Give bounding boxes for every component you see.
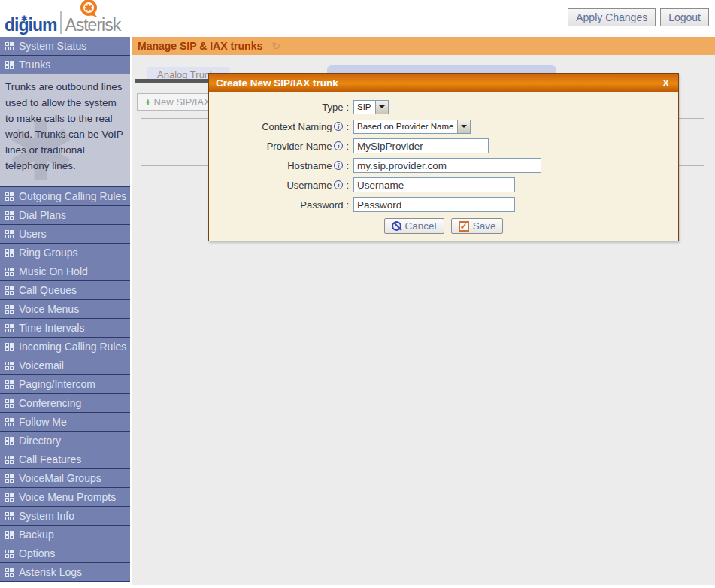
sidebar-item-users[interactable]: Users — [0, 225, 130, 244]
grid-icon — [5, 550, 14, 558]
username-field[interactable] — [353, 177, 515, 192]
grid-icon — [5, 230, 14, 238]
sidebar-item-paging-intercom[interactable]: Paging/Intercom — [0, 375, 130, 394]
hostname-row: Hostname i : — [209, 156, 678, 175]
grid-icon — [5, 211, 14, 220]
plus-icon: + — [145, 96, 151, 108]
context-naming-select[interactable]: Based on Provider Name — [353, 120, 471, 134]
sidebar-item-call-features[interactable]: Call Features — [0, 450, 130, 469]
sidebar-item-ring-groups[interactable]: Ring Groups — [0, 244, 130, 262]
sidebar-item-trunks[interactable]: Trunks — [0, 56, 130, 74]
info-icon[interactable]: i — [334, 122, 343, 131]
cancel-icon — [392, 221, 401, 231]
sidebar-item-follow-me[interactable]: Follow Me — [0, 413, 130, 432]
chevron-down-icon — [457, 120, 470, 133]
type-row: Type: SIP — [209, 97, 678, 117]
sidebar-item-incoming-calling-rules[interactable]: Incoming Calling Rules — [0, 338, 130, 356]
sidebar-item-directory[interactable]: Directory — [0, 432, 130, 450]
grid-icon — [5, 493, 14, 502]
close-icon[interactable]: X — [653, 77, 678, 89]
sidebar-item-label: Voice Menu Prompts — [19, 491, 116, 503]
trunks-description-panel: ✱ Trunks are outbound lines used to allo… — [0, 74, 130, 187]
sidebar-item-music-on-hold[interactable]: Music On Hold — [0, 262, 130, 281]
top-header: digium ✱ ✱ Asterisk Apply Changes Logout — [0, 0, 715, 37]
sidebar-item-voicemail[interactable]: Voicemail — [0, 356, 130, 375]
svg-text:✱: ✱ — [85, 2, 93, 14]
sidebar-item-label: Time Intervals — [19, 322, 84, 334]
sidebar-item-asterisk-logs[interactable]: Asterisk Logs — [0, 563, 130, 582]
grid-icon — [5, 268, 14, 276]
logo-divider — [60, 11, 62, 34]
digium-asterisk-logo: digium ✱ ✱ Asterisk — [5, 1, 120, 35]
sidebar-item-label: Users — [19, 228, 47, 240]
sidebar-item-dial-plans[interactable]: Dial Plans — [0, 206, 130, 225]
chevron-down-icon — [375, 101, 388, 114]
password-field[interactable] — [353, 197, 515, 212]
sidebar-item-voice-menu-prompts[interactable]: Voice Menu Prompts — [0, 488, 130, 507]
sidebar-item-label: Options — [19, 547, 55, 559]
sidebar-item-options[interactable]: Options — [0, 544, 130, 563]
sidebar-item-conferencing[interactable]: Conferencing — [0, 394, 130, 413]
sidebar-item-system-status[interactable]: System Status — [0, 37, 130, 56]
checkbox-check-icon: ✓ — [459, 221, 469, 232]
provider-name-row: Provider Name i : — [209, 136, 678, 156]
sidebar-item-label: Dial Plans — [19, 209, 66, 221]
dialog-actions: Cancel ✓ Save — [209, 218, 678, 234]
sidebar-item-backup[interactable]: Backup — [0, 526, 130, 544]
app-window: digium ✱ ✱ Asterisk Apply Changes Logout — [0, 0, 715, 588]
grid-icon — [5, 531, 14, 539]
hostname-field[interactable] — [353, 158, 541, 173]
grid-icon — [5, 380, 14, 389]
type-select[interactable]: SIP — [353, 100, 389, 114]
username-row: Username i : — [209, 175, 678, 195]
provider-name-field[interactable] — [353, 138, 489, 153]
sidebar-nav: System Status Trunks ✱ Trunks are outbou… — [0, 37, 130, 582]
page-title-bar: Manage SIP & IAX trunks ↻ — [132, 37, 715, 55]
grid-icon — [5, 568, 14, 577]
sidebar-item-voicemail-groups[interactable]: VoiceMail Groups — [0, 469, 130, 488]
sidebar-item-label: Directory — [19, 435, 61, 447]
save-button[interactable]: ✓ Save — [451, 218, 504, 234]
sidebar-item-label: System Status — [19, 40, 86, 52]
password-row: Password : — [209, 195, 678, 214]
grid-icon — [5, 456, 14, 464]
sidebar-item-label: Follow Me — [19, 416, 67, 428]
sidebar-item-label: VoiceMail Groups — [19, 472, 101, 484]
grid-icon — [5, 286, 14, 295]
sidebar-item-label: Call Queues — [19, 284, 77, 296]
grid-icon — [5, 437, 14, 445]
digium-wordmark: digium ✱ — [5, 16, 56, 35]
sidebar-item-label: Paging/Intercom — [19, 378, 95, 390]
sidebar-item-system-info[interactable]: System Info — [0, 507, 130, 526]
asterisk-bubble-icon: ✱ — [78, 0, 101, 22]
info-icon[interactable]: i — [334, 161, 343, 170]
refresh-icon[interactable]: ↻ — [271, 40, 280, 52]
context-naming-row: Context Naming i : Based on Provider Nam… — [209, 117, 678, 136]
info-icon[interactable]: i — [334, 141, 343, 150]
password-label: Password : — [209, 199, 350, 211]
sidebar-item-time-intervals[interactable]: Time Intervals — [0, 319, 130, 338]
create-trunk-dialog: Create New SIP/IAX trunk X Type: SIP Con… — [208, 73, 679, 241]
sidebar-item-voice-menus[interactable]: Voice Menus — [0, 300, 130, 319]
provider-name-label: Provider Name i : — [209, 141, 350, 152]
sidebar-item-label: Incoming Calling Rules — [19, 341, 126, 353]
username-label: Username i : — [209, 180, 350, 191]
asterisk-wordmark: ✱ Asterisk — [65, 1, 120, 35]
cancel-button[interactable]: Cancel — [384, 218, 444, 234]
sidebar-item-label: Trunks — [19, 59, 50, 71]
sidebar-item-label: Outgoing Calling Rules — [19, 190, 126, 202]
dialog-title-bar: Create New SIP/IAX trunk X — [209, 74, 678, 92]
type-label: Type: — [209, 102, 350, 113]
sidebar-item-call-queues[interactable]: Call Queues — [0, 281, 130, 300]
sidebar-item-outgoing-calling-rules[interactable]: Outgoing Calling Rules — [0, 187, 130, 206]
apply-changes-button[interactable]: Apply Changes — [568, 8, 656, 26]
info-icon[interactable]: i — [334, 180, 343, 189]
grid-icon — [5, 399, 14, 408]
hostname-label: Hostname i : — [209, 160, 350, 171]
context-naming-label: Context Naming i : — [209, 121, 350, 132]
grid-icon — [5, 362, 14, 370]
logout-button[interactable]: Logout — [660, 8, 709, 26]
sidebar-item-label: Voicemail — [19, 359, 64, 371]
grid-icon — [5, 192, 14, 201]
dialog-body: Type: SIP Context Naming i : Ba — [209, 92, 678, 241]
